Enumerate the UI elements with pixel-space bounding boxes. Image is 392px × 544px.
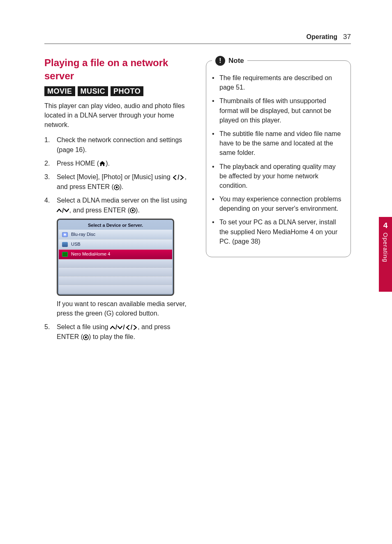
text-fragment: Press HOME ( [57, 160, 99, 167]
step-subtext: If you want to rescan available media se… [57, 299, 189, 318]
screen-row: Blu-ray Disc [59, 230, 172, 240]
tag-movie: MOVIE [44, 86, 75, 96]
step-5: 5. Select a file using ///, and press EN… [44, 322, 189, 342]
text-fragment: Select a DLNA media server on the list u… [57, 197, 187, 204]
note-list: •The file requirements are described on … [212, 73, 345, 246]
bullet-icon: • [212, 96, 215, 125]
text-fragment: Select a file using [57, 323, 110, 330]
bullet-icon: • [212, 129, 215, 158]
bullet-icon: • [212, 217, 215, 246]
note-text: The subtitle file name and video file na… [219, 129, 345, 158]
up-down-arrows-icon: / [57, 206, 69, 215]
step-number: 5. [44, 322, 52, 342]
step-3: 3. Select [Movie], [Photo] or [Music] us… [44, 172, 189, 192]
screen-row-selected: Nero MediaHome 4 [59, 249, 172, 259]
text-fragment: ) to play the file. [89, 333, 135, 340]
text-fragment: ). [136, 207, 140, 214]
section-title: Playing a file on a network server [44, 56, 189, 83]
enter-icon [114, 184, 120, 190]
note-item: •You may experience connection problems … [212, 194, 345, 213]
step-number: 2. [44, 159, 52, 168]
server-icon [62, 252, 68, 257]
intro-text: This player can play video, audio and ph… [44, 101, 189, 130]
side-tab-label: Operating [382, 233, 389, 263]
enter-icon [130, 207, 136, 213]
step-text: Select a DLNA media server on the list u… [57, 196, 189, 318]
step-number: 3. [44, 172, 52, 192]
chapter-side-tab: 4 Operating [379, 217, 392, 292]
header-page-number: 37 [343, 33, 351, 41]
row-label: Blu-ray Disc [71, 231, 95, 238]
note-text: To set your PC as a DLNA server, install… [219, 217, 345, 246]
note-text: You may experience connection problems d… [219, 194, 345, 213]
all-arrows-icon: /// [110, 323, 138, 332]
text-fragment: , and press ENTER ( [69, 207, 130, 214]
content-columns: Playing a file on a network server MOVIE… [44, 56, 351, 346]
note-badge-icon: ! [215, 56, 225, 66]
enter-icon [83, 334, 89, 340]
bullet-icon: • [212, 73, 215, 92]
note-item: •The subtitle file name and video file n… [212, 129, 345, 158]
screen-row-empty [59, 268, 172, 277]
step-number: 1. [44, 135, 52, 154]
step-number: 4. [44, 196, 52, 318]
bullet-icon: • [212, 194, 215, 213]
note-item: •The playback and operating quality may … [212, 162, 345, 191]
steps-list: 1. Check the network connection and sett… [44, 135, 189, 341]
screen-row-empty [59, 259, 172, 268]
note-item: •To set your PC as a DLNA server, instal… [212, 217, 345, 246]
left-column: Playing a file on a network server MOVIE… [44, 56, 189, 346]
media-tags: MOVIE MUSIC PHOTO [44, 86, 189, 96]
disc-icon [62, 232, 68, 237]
note-box: ! Note •The file requirements are descri… [206, 60, 351, 257]
screen-row-empty [59, 277, 172, 285]
step-text: Check the network connection and setting… [57, 135, 189, 154]
screen-title: Select a Device or Server. [59, 221, 172, 230]
header-section: Operating [307, 33, 338, 41]
row-label: USB [71, 241, 81, 248]
svg-point-1 [115, 187, 118, 189]
step-2: 2. Press HOME (). [44, 159, 189, 168]
row-label: Nero MediaHome 4 [71, 251, 110, 258]
step-4: 4. Select a DLNA media server on the lis… [44, 196, 189, 318]
usb-icon [62, 242, 68, 247]
note-title: Note [228, 57, 244, 65]
tag-photo: PHOTO [111, 86, 143, 96]
note-text: The playback and operating quality may b… [219, 162, 345, 191]
side-tab-chapter-number: 4 [383, 221, 388, 230]
tag-music: MUSIC [78, 86, 108, 96]
note-item: •Thumbnails of files with unsupported fo… [212, 96, 345, 125]
page-header: Operating 37 [44, 33, 351, 44]
step-text: Press HOME (). [57, 159, 189, 168]
note-text: The file requirements are described on p… [219, 73, 345, 92]
svg-point-3 [132, 210, 134, 212]
left-right-arrows-icon: / [172, 173, 184, 182]
svg-point-5 [85, 337, 87, 339]
text-fragment: ). [106, 160, 110, 167]
step-text: Select [Movie], [Photo] or [Music] using… [57, 172, 189, 192]
bullet-icon: • [212, 162, 215, 191]
step-text: Select a file using ///, and press ENTER… [57, 322, 189, 342]
right-column: ! Note •The file requirements are descri… [206, 56, 351, 346]
home-icon [99, 161, 106, 166]
text-fragment: Select [Movie], [Photo] or [Music] using [57, 173, 172, 180]
step-1: 1. Check the network connection and sett… [44, 135, 189, 154]
screen-row-empty [59, 285, 172, 294]
note-header: ! Note [212, 56, 247, 66]
device-selector-screenshot: Select a Device or Server. Blu-ray Disc … [57, 219, 174, 296]
note-text: Thumbnails of files with unsupported for… [219, 96, 345, 125]
screen-row: USB [59, 240, 172, 249]
manual-page: Operating 37 Playing a file on a network… [0, 0, 392, 371]
text-fragment: ). [120, 183, 124, 190]
note-item: •The file requirements are described on … [212, 73, 345, 92]
